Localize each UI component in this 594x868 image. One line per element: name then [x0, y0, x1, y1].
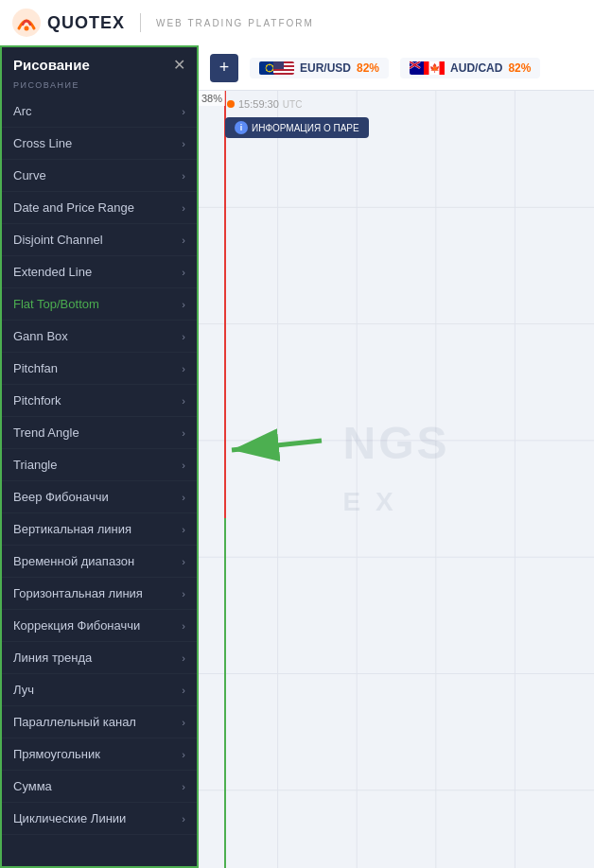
sidebar-item-label-21: Сумма: [13, 779, 52, 793]
logo-text: QUOTEX: [47, 13, 125, 33]
main-area: Рисование ✕ РИСОВАНИЕ Arc›Cross Line›Cur…: [0, 45, 594, 868]
sidebar-item-3[interactable]: Date and Price Range›: [2, 192, 197, 224]
chart-area: +: [199, 45, 594, 868]
sidebar-item-label-22: Циклические Линии: [13, 811, 126, 825]
sidebar-item-16[interactable]: Коррекция Фибоначчи›: [2, 610, 197, 642]
app-header: QUOTEX WEB TRADING PLATFORM: [0, 0, 594, 45]
svg-point-1: [25, 26, 29, 31]
sidebar-item-label-2: Curve: [13, 168, 46, 182]
sidebar-item-17[interactable]: Линия тренда›: [2, 642, 197, 674]
pair2-name: AUD/CAD: [450, 61, 502, 75]
sidebar-item-arrow-20: ›: [182, 749, 185, 760]
svg-line-39: [232, 441, 322, 450]
svg-point-4: [269, 63, 271, 65]
sidebar-item-arrow-19: ›: [182, 717, 185, 728]
sidebar-item-6[interactable]: Flat Top/Bottom›: [2, 288, 197, 321]
sidebar: Рисование ✕ РИСОВАНИЕ Arc›Cross Line›Cur…: [0, 45, 199, 868]
sidebar-item-label-11: Triangle: [13, 458, 57, 472]
svg-point-7: [269, 70, 271, 72]
sidebar-item-15[interactable]: Горизонтальная линия›: [2, 578, 197, 610]
sidebar-item-arrow-12: ›: [182, 492, 185, 503]
info-label: ИНФОРМАЦИЯ О ПАРЕ: [252, 123, 359, 133]
sidebar-item-9[interactable]: Pitchfork›: [2, 385, 197, 417]
sidebar-item-label-9: Pitchfork: [13, 393, 61, 408]
sidebar-item-11[interactable]: Triangle›: [2, 449, 197, 481]
sidebar-item-7[interactable]: Gann Box›: [2, 321, 197, 353]
svg-rect-13: [273, 71, 294, 73]
time-suffix: UTC: [283, 99, 303, 110]
sidebar-item-arrow-8: ›: [182, 363, 185, 374]
sidebar-section-label: РИСОВАНИЕ: [2, 78, 197, 95]
sidebar-item-label-12: Веер Фибоначчи: [13, 490, 109, 504]
sidebar-item-8[interactable]: Pitchfan›: [2, 353, 197, 385]
green-arrow: [218, 417, 331, 474]
sidebar-item-13[interactable]: Вертикальная линия›: [2, 513, 197, 546]
sidebar-item-arrow-16: ›: [182, 620, 185, 632]
sidebar-item-5[interactable]: Extended Line›: [2, 256, 197, 288]
sidebar-item-2[interactable]: Curve›: [2, 160, 197, 192]
info-badge[interactable]: i ИНФОРМАЦИЯ О ПАРЕ: [225, 117, 369, 138]
sidebar-item-4[interactable]: Disjoint Channel›: [2, 224, 197, 256]
time-dot: [227, 100, 235, 108]
sidebar-item-arrow-14: ›: [182, 556, 185, 567]
sidebar-item-arrow-0: ›: [182, 106, 185, 117]
sidebar-item-0[interactable]: Arc›: [2, 95, 197, 128]
sidebar-item-10[interactable]: Trend Angle›: [2, 417, 197, 449]
add-button[interactable]: +: [210, 54, 238, 82]
eur-usd-flags: [259, 61, 294, 75]
svg-point-8: [266, 69, 268, 71]
sidebar-item-18[interactable]: Луч›: [2, 674, 197, 706]
quotex-logo-icon: [11, 8, 42, 38]
sidebar-item-arrow-4: ›: [182, 234, 185, 246]
sidebar-item-arrow-17: ›: [182, 652, 185, 664]
sidebar-header: Рисование ✕: [2, 47, 197, 78]
sidebar-item-arrow-2: ›: [182, 170, 185, 182]
sidebar-item-14[interactable]: Временной диапазон›: [2, 546, 197, 578]
pair1-name: EUR/USD: [300, 61, 351, 75]
pair-eur-usd-badge[interactable]: EUR/USD 82%: [250, 58, 389, 78]
sidebar-item-arrow-7: ›: [182, 331, 185, 342]
sidebar-item-arrow-1: ›: [182, 138, 185, 149]
sidebar-item-label-20: Прямоугольник: [13, 747, 100, 761]
sidebar-item-20[interactable]: Прямоугольник›: [2, 738, 197, 771]
sidebar-item-label-18: Луч: [13, 683, 34, 697]
watermark: NGS E X: [342, 417, 449, 521]
pair-aud-cad-badge[interactable]: 🍁 AUD/CAD 82%: [400, 58, 540, 78]
sidebar-close-button[interactable]: ✕: [173, 58, 185, 73]
sidebar-item-19[interactable]: Параллельный канал›: [2, 706, 197, 738]
sidebar-item-12[interactable]: Веер Фибоначчи›: [2, 481, 197, 513]
sidebar-item-label-7: Gann Box: [13, 329, 68, 343]
time-label: 15:59:30 UTC: [227, 98, 302, 110]
sidebar-item-arrow-13: ›: [182, 524, 185, 535]
sidebar-item-label-5: Extended Line: [13, 265, 92, 279]
sidebar-item-label-8: Pitchfan: [13, 361, 58, 375]
sidebar-item-label-17: Линия тренда: [13, 651, 92, 665]
sidebar-item-arrow-22: ›: [182, 813, 185, 825]
svg-point-0: [12, 9, 41, 37]
sidebar-item-label-4: Disjoint Channel: [13, 233, 103, 247]
sidebar-item-label-0: Arc: [13, 104, 32, 118]
sidebar-item-arrow-10: ›: [182, 427, 185, 439]
sidebar-item-label-14: Временной диапазон: [13, 554, 134, 568]
sidebar-item-1[interactable]: Cross Line›: [2, 128, 197, 160]
svg-rect-23: [440, 61, 446, 75]
sidebar-item-arrow-6: ›: [182, 299, 185, 310]
time-value: 15:59:30: [238, 98, 279, 110]
logo: QUOTEX: [11, 8, 125, 38]
pct-label: 38%: [199, 91, 225, 106]
sidebar-item-arrow-5: ›: [182, 267, 185, 278]
sidebar-item-arrow-3: ›: [182, 202, 185, 214]
info-icon: i: [235, 121, 248, 134]
header-divider: [140, 13, 141, 32]
svg-text:🍁: 🍁: [429, 62, 441, 74]
svg-point-9: [266, 65, 268, 67]
cad-flag-icon: 🍁: [424, 61, 445, 75]
sidebar-item-arrow-11: ›: [182, 460, 185, 471]
sidebar-item-21[interactable]: Сумма›: [2, 771, 197, 803]
sidebar-item-label-6: Flat Top/Bottom: [13, 297, 99, 311]
sidebar-item-22[interactable]: Циклические Линии›: [2, 803, 197, 835]
sidebar-title: Рисование: [13, 57, 90, 73]
sidebar-list: Arc›Cross Line›Curve›Date and Price Rang…: [2, 95, 197, 866]
sidebar-item-arrow-18: ›: [182, 685, 185, 696]
chart-canvas: 38% 15:59:30 UTC i ИНФОРМАЦИЯ О ПАРЕ NGS…: [199, 91, 594, 868]
